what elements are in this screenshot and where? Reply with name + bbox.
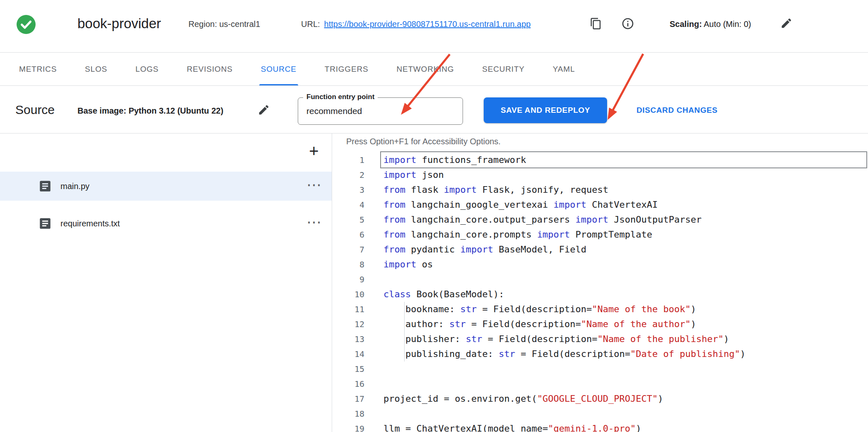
edit-scaling-icon[interactable] xyxy=(780,17,793,29)
line-number: 16 xyxy=(332,376,364,391)
line-content: from langchain_core.output_parsers impor… xyxy=(383,212,702,227)
line-content: bookname: str = Field(description="Name … xyxy=(383,302,696,317)
tab-source[interactable]: SOURCE xyxy=(247,53,311,85)
indent-guide xyxy=(404,332,405,347)
line-number: 15 xyxy=(332,362,364,376)
line-content: from flask import Flask, jsonify, reques… xyxy=(383,182,608,197)
line-content: class Book(BaseModel): xyxy=(383,287,504,302)
tab-metrics[interactable]: METRICS xyxy=(5,53,71,85)
code-line-8[interactable]: 8import os xyxy=(332,257,868,272)
file-item-main.py[interactable]: main.py⋯ xyxy=(0,172,332,201)
discard-changes-button[interactable]: DISCARD CHANGES xyxy=(637,97,718,123)
url-label: URL: xyxy=(301,19,320,29)
tab-revisions[interactable]: REVISIONS xyxy=(173,53,247,85)
file-icon xyxy=(38,216,52,231)
line-number: 10 xyxy=(332,287,364,302)
tab-security[interactable]: SECURITY xyxy=(468,53,538,85)
line-number: 8 xyxy=(332,257,364,272)
line-content: import functions_framework xyxy=(383,153,526,167)
code-line-7[interactable]: 7from pydantic import BaseModel, Field xyxy=(332,242,868,257)
service-healthy-icon xyxy=(16,14,36,35)
line-content: from langchain_google_vertexai import Ch… xyxy=(383,197,658,212)
service-url-link[interactable]: https://book-provider-908087151170.us-ce… xyxy=(324,19,531,29)
line-content: publisher: str = Field(description="Name… xyxy=(383,332,729,347)
tab-triggers[interactable]: TRIGGERS xyxy=(311,53,383,85)
service-header: book-provider Region: us-central1 URL: h… xyxy=(0,0,868,53)
entry-point-value: recommended xyxy=(306,106,362,116)
code-line-13[interactable]: 13 publisher: str = Field(description="N… xyxy=(332,332,868,347)
file-menu-button[interactable]: ⋯ xyxy=(306,214,322,231)
code-line-9[interactable]: 9 xyxy=(332,272,868,287)
line-content: import os xyxy=(383,257,433,272)
line-number: 3 xyxy=(332,182,364,197)
code-line-17[interactable]: 17project_id = os.environ.get("GOOGLE_CL… xyxy=(332,391,868,406)
line-number: 7 xyxy=(332,242,364,257)
line-content: from langchain_core.prompts import Promp… xyxy=(383,227,652,242)
line-number: 4 xyxy=(332,197,364,212)
save-and-redeploy-button[interactable]: SAVE AND REDEPLOY xyxy=(484,97,607,123)
entry-point-label: Function entry point xyxy=(303,93,378,101)
file-item-requirements.txt[interactable]: requirements.txt⋯ xyxy=(0,209,332,238)
indent-guide xyxy=(404,302,405,317)
code-line-6[interactable]: 6from langchain_core.prompts import Prom… xyxy=(332,227,868,242)
line-number: 5 xyxy=(332,212,364,227)
code-line-19[interactable]: 19llm = ChatVertexAI(model_name="gemini-… xyxy=(332,421,868,432)
line-number: 2 xyxy=(332,167,364,182)
code-line-11[interactable]: 11 bookname: str = Field(description="Na… xyxy=(332,302,868,317)
file-menu-button[interactable]: ⋯ xyxy=(306,176,322,194)
tab-slos[interactable]: SLOS xyxy=(71,53,121,85)
source-content: + main.py⋯requirements.txt⋯ Press Option… xyxy=(0,133,868,432)
code-line-4[interactable]: 4from langchain_google_vertexai import C… xyxy=(332,197,868,212)
indent-guide xyxy=(404,347,405,362)
line-number: 14 xyxy=(332,347,364,362)
tab-yaml[interactable]: YAML xyxy=(539,53,589,85)
base-image-label: Base image: Python 3.12 (Ubuntu 22) xyxy=(77,106,223,116)
scaling-label: Scaling: Auto (Min: 0) xyxy=(670,19,751,29)
code-line-1[interactable]: 1import functions_framework xyxy=(332,153,868,167)
code-line-10[interactable]: 10class Book(BaseModel): xyxy=(332,287,868,302)
code-line-15[interactable]: 15 xyxy=(332,362,868,376)
edit-base-image-icon[interactable] xyxy=(258,104,270,116)
line-content: author: str = Field(description="Name of… xyxy=(383,317,696,332)
source-section-title: Source xyxy=(15,103,55,117)
region-label: Region: us-central1 xyxy=(188,19,260,29)
line-content: llm = ChatVertexAI(model_name="gemini-1.… xyxy=(383,421,641,432)
entry-point-field[interactable]: Function entry point recommended xyxy=(298,97,463,125)
code-editor[interactable]: Press Option+F1 for Accessibility Option… xyxy=(332,133,868,432)
file-name: requirements.txt xyxy=(60,219,120,228)
source-toolbar: Source Base image: Python 3.12 (Ubuntu 2… xyxy=(0,86,868,133)
code-area: 1import functions_framework2import json3… xyxy=(332,153,868,432)
file-icon xyxy=(38,179,52,193)
line-content: publishing_date: str = Field(description… xyxy=(383,347,745,362)
indent-guide xyxy=(404,317,405,332)
line-number: 18 xyxy=(332,406,364,421)
line-content: from pydantic import BaseModel, Field xyxy=(383,242,586,257)
line-number: 19 xyxy=(332,421,364,432)
file-name: main.py xyxy=(60,182,89,191)
line-number: 9 xyxy=(332,272,364,287)
code-line-18[interactable]: 18 xyxy=(332,406,868,421)
code-line-3[interactable]: 3from flask import Flask, jsonify, reque… xyxy=(332,182,868,197)
file-panel: + main.py⋯requirements.txt⋯ xyxy=(0,133,332,432)
code-line-5[interactable]: 5from langchain_core.output_parsers impo… xyxy=(332,212,868,227)
copy-url-icon[interactable] xyxy=(590,17,602,30)
add-file-button[interactable]: + xyxy=(304,141,324,161)
accessibility-hint: Press Option+F1 for Accessibility Option… xyxy=(346,137,501,146)
line-number: 11 xyxy=(332,302,364,317)
line-number: 6 xyxy=(332,227,364,242)
code-line-16[interactable]: 16 xyxy=(332,376,868,391)
code-line-12[interactable]: 12 author: str = Field(description="Name… xyxy=(332,317,868,332)
code-line-14[interactable]: 14 publishing_date: str = Field(descript… xyxy=(332,347,868,362)
line-number: 17 xyxy=(332,391,364,406)
line-content: import json xyxy=(383,167,444,182)
line-number: 12 xyxy=(332,317,364,332)
code-line-2[interactable]: 2import json xyxy=(332,167,868,182)
info-icon[interactable] xyxy=(621,17,634,30)
tab-logs[interactable]: LOGS xyxy=(121,53,173,85)
file-list: main.py⋯requirements.txt⋯ xyxy=(0,172,332,246)
line-content: project_id = os.environ.get("GOOGLE_CLOU… xyxy=(383,391,663,406)
line-number: 13 xyxy=(332,332,364,347)
tab-bar: METRICSSLOSLOGSREVISIONSSOURCETRIGGERSNE… xyxy=(0,53,868,86)
service-title: book-provider xyxy=(77,16,161,32)
tab-networking[interactable]: NETWORKING xyxy=(382,53,468,85)
